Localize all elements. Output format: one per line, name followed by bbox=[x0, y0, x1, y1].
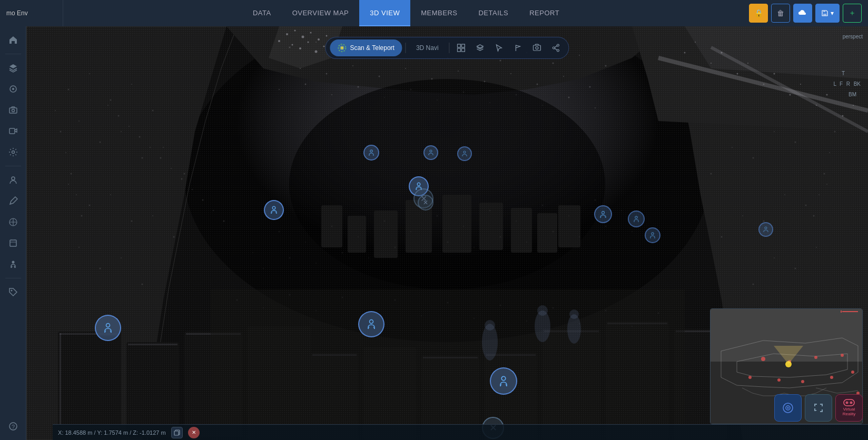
svg-point-206 bbox=[252, 252, 253, 253]
svg-point-193 bbox=[500, 305, 501, 306]
svg-point-19 bbox=[68, 89, 70, 91]
tab-members[interactable]: MEMBERS bbox=[410, 0, 468, 26]
svg-point-55 bbox=[202, 199, 204, 201]
svg-point-137 bbox=[684, 52, 686, 54]
svg-point-57 bbox=[223, 221, 225, 222]
svg-rect-154 bbox=[374, 211, 398, 258]
svg-rect-242 bbox=[462, 48, 465, 52]
share-button[interactable] bbox=[548, 39, 565, 56]
sidebar-icon-camera[interactable] bbox=[4, 101, 23, 119]
screenshot-button[interactable] bbox=[529, 39, 546, 56]
teleport-point-2[interactable] bbox=[358, 311, 378, 331]
teleport-point-14[interactable] bbox=[490, 367, 510, 387]
tab-overview-map[interactable]: OVERVIEW MAP bbox=[282, 0, 360, 26]
sidebar-icon-user[interactable] bbox=[4, 171, 23, 189]
grid-button[interactable] bbox=[453, 39, 470, 56]
teleport-point-11[interactable] bbox=[645, 227, 665, 247]
tab-data[interactable]: DATA bbox=[242, 0, 282, 26]
svg-point-214 bbox=[463, 226, 464, 227]
sidebar-icon-home[interactable] bbox=[4, 31, 23, 49]
teleport-point-5[interactable] bbox=[363, 145, 383, 165]
sidebar-icon-transform[interactable] bbox=[4, 213, 23, 232]
teleport-point-6[interactable] bbox=[423, 145, 443, 165]
close-status-button[interactable]: ✕ bbox=[188, 427, 200, 438]
3d-navi-button[interactable]: 3D Navi bbox=[409, 39, 446, 56]
copy-coordinates-button[interactable] bbox=[171, 427, 183, 438]
minimap-toggle-button[interactable] bbox=[774, 394, 802, 422]
save-button[interactable]: ▾ bbox=[815, 4, 840, 23]
svg-point-199 bbox=[658, 313, 659, 314]
svg-point-279 bbox=[846, 402, 849, 404]
app-name: mo Env bbox=[6, 9, 28, 17]
svg-point-258 bbox=[765, 227, 767, 229]
toolbar-divider-1 bbox=[405, 43, 406, 53]
svg-point-280 bbox=[850, 402, 853, 404]
svg-point-215 bbox=[489, 210, 491, 212]
svg-point-5 bbox=[12, 109, 14, 112]
sidebar-icon-settings[interactable] bbox=[4, 143, 23, 162]
svg-point-266 bbox=[748, 376, 752, 379]
vr-button[interactable]: VirtualReality bbox=[835, 394, 863, 422]
sidebar-icon-export[interactable] bbox=[4, 234, 23, 253]
scan-teleport-button[interactable]: Scan & Teleport bbox=[330, 39, 402, 56]
svg-rect-278 bbox=[844, 399, 854, 406]
teleport-point-1[interactable] bbox=[95, 315, 115, 335]
svg-point-145 bbox=[721, 52, 723, 54]
teleport-point-9[interactable] bbox=[594, 205, 614, 225]
svg-point-230 bbox=[500, 236, 501, 238]
svg-point-219 bbox=[595, 199, 596, 201]
teleport-point-3[interactable] bbox=[264, 200, 284, 220]
svg-rect-159 bbox=[537, 213, 557, 253]
left-sidebar: ? bbox=[0, 26, 26, 440]
tab-report[interactable]: REPORT bbox=[519, 0, 570, 26]
svg-point-14 bbox=[11, 290, 12, 292]
svg-point-247 bbox=[553, 47, 555, 49]
svg-point-189 bbox=[394, 299, 396, 301]
sidebar-icon-help[interactable]: ? bbox=[4, 417, 23, 436]
main-3d-view[interactable]: Scan & Teleport 3D Navi perspect T bbox=[26, 26, 868, 440]
svg-point-257 bbox=[652, 233, 654, 235]
svg-point-255 bbox=[602, 212, 605, 214]
toolbar: Scan & Teleport 3D Navi bbox=[325, 37, 569, 59]
svg-point-95 bbox=[553, 63, 554, 64]
svg-point-3 bbox=[12, 88, 14, 90]
add-button[interactable]: ＋ bbox=[843, 4, 862, 23]
tab-3d-view[interactable]: 3D VIEW bbox=[359, 0, 410, 26]
sidebar-icon-tag[interactable] bbox=[4, 283, 23, 302]
cloud-button[interactable] bbox=[793, 4, 812, 23]
svg-point-101 bbox=[379, 76, 380, 77]
svg-point-184 bbox=[263, 307, 264, 308]
fullscreen-button[interactable] bbox=[805, 394, 832, 422]
svg-point-244 bbox=[536, 47, 538, 49]
view-label-L: L bbox=[833, 81, 836, 87]
svg-point-50 bbox=[150, 147, 151, 148]
cursor-button[interactable] bbox=[491, 39, 508, 56]
coordinates-text: X: 18.4588 m / Y: 1.7574 m / Z: -1.0127 … bbox=[58, 429, 166, 436]
tab-details[interactable]: DETAILS bbox=[468, 0, 519, 26]
sidebar-icon-pen[interactable] bbox=[4, 192, 23, 211]
delete-button[interactable]: 🗑 bbox=[771, 4, 790, 23]
svg-point-270 bbox=[851, 371, 854, 374]
lock-button[interactable]: 🔒 bbox=[749, 4, 768, 23]
sidebar-icon-person[interactable] bbox=[4, 255, 23, 274]
cross-marker-2[interactable]: ✕ bbox=[418, 195, 438, 215]
teleport-point-12[interactable] bbox=[758, 222, 778, 242]
svg-point-218 bbox=[568, 215, 569, 216]
sidebar-icon-video[interactable] bbox=[4, 122, 23, 141]
svg-point-149 bbox=[826, 94, 828, 96]
svg-point-52 bbox=[171, 168, 172, 169]
svg-point-222 bbox=[289, 257, 291, 259]
layers-button[interactable] bbox=[472, 39, 489, 56]
sidebar-icon-location[interactable] bbox=[4, 79, 23, 98]
svg-point-201 bbox=[537, 305, 548, 316]
svg-point-213 bbox=[437, 215, 438, 217]
svg-point-226 bbox=[394, 247, 396, 248]
teleport-point-7[interactable] bbox=[457, 146, 477, 166]
svg-point-25 bbox=[100, 142, 101, 143]
flag-button[interactable] bbox=[510, 39, 527, 56]
sidebar-icon-layers[interactable] bbox=[4, 58, 23, 77]
svg-point-221 bbox=[263, 268, 264, 269]
svg-point-36 bbox=[78, 247, 80, 248]
svg-point-111 bbox=[305, 84, 307, 85]
svg-point-211 bbox=[384, 221, 386, 222]
